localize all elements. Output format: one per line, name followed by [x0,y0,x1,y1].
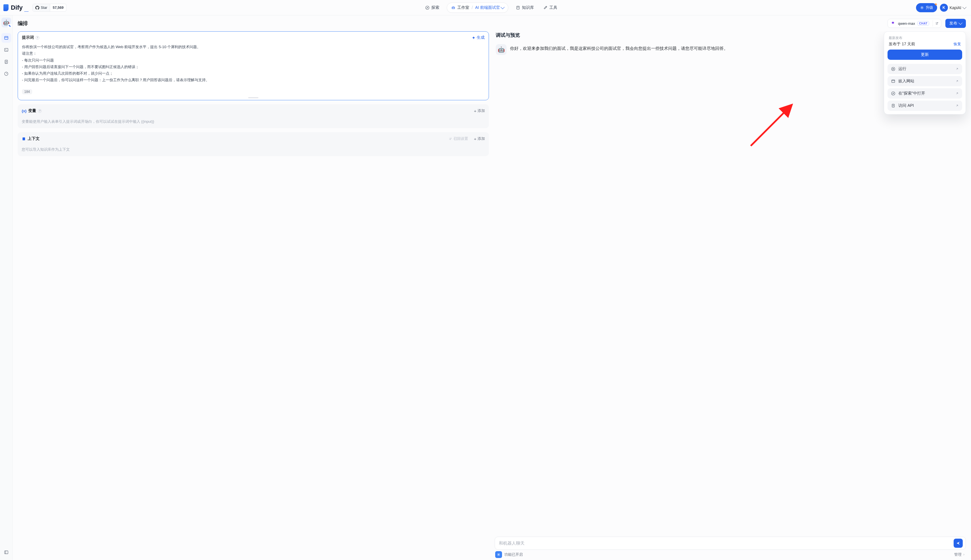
help-icon[interactable]: ? [38,109,42,113]
recall-label: 召回设置 [453,136,468,141]
variable-icon: {x} [22,109,27,113]
content-header: 编排 qwen-max CHAT 发布 [13,15,971,31]
plus-icon: + [474,137,476,141]
feature-bar: 功能已开启 管理 [495,550,966,560]
nav-knowledge-label: 知识库 [522,5,534,10]
context-icon [22,137,26,141]
logo[interactable]: Dify_ [3,4,28,12]
document-icon [4,59,9,64]
sidebar-collapse-icon [4,550,9,555]
chat-text: 你好，欢迎来参加我们的面试，我是这家科技公司的面试官，我会向您提出一些技术问题，… [510,44,728,52]
panel-item-api-label: 访问 API [898,103,914,108]
nav-tools-label: 工具 [549,5,557,10]
variables-card: {x} 变量 ? + 添加 变量能使用户输入表单引入提示词或开场白，你可以试试在… [18,104,489,128]
rail-app-icon[interactable]: 🤖 ✎ [2,18,11,27]
svg-point-0 [425,6,429,9]
hammer-icon [543,5,547,10]
external-link-icon [955,80,959,83]
recall-settings-button[interactable]: 召回设置 [449,136,468,141]
add-context-button[interactable]: + 添加 [474,136,485,141]
sliders-icon [449,137,452,141]
model-icon [890,20,896,26]
panel-item-run-label: 运行 [898,67,906,72]
gauge-icon [4,71,9,76]
nav-workspace-pill[interactable]: 工作室 / AI 前端面试官 [447,3,508,13]
chat-input-field[interactable] [499,541,951,545]
split: 提示词 ? ✦ 生成 你将扮演一个科技公司的面试官，考察用户作为候选人的 Web… [13,31,971,560]
user-menu[interactable]: K KapiAI [940,4,968,12]
nav-workspace-label: 工作室 [457,5,469,10]
model-selector[interactable]: qwen-max CHAT [888,19,941,28]
main: 🤖 ✎ 编排 qwen-max CHAT [0,15,971,560]
svg-point-3 [454,7,454,8]
chevron-down-icon [501,5,505,9]
model-name: qwen-max [898,22,915,26]
rail-item-terminal[interactable] [2,45,11,55]
variables-note: 变量能使用户输入表单引入提示词或开场白，你可以试试在提示词中输入 {{input… [18,117,489,128]
external-link-icon [955,104,959,107]
svg-rect-19 [892,104,894,107]
feature-icon [495,551,502,558]
bot-avatar: 🤖 [496,44,507,55]
publish-label: 发布 [949,21,957,26]
sliders-icon[interactable] [933,20,939,27]
panel-item-open-explore[interactable]: 在"探索"中打开 [888,88,962,98]
generate-button[interactable]: ✦ 生成 [472,35,485,40]
prompt-title: 提示词 [22,35,34,40]
external-link-icon [955,67,959,71]
github-icon [35,6,39,10]
context-title: 上下文 [28,136,40,141]
panel-item-open-explore-label: 在"探索"中打开 [898,91,925,96]
plus-icon: + [474,109,476,113]
context-card: 上下文 召回设置 + 添加 您 [18,132,489,156]
add-context-label: 添加 [477,136,485,141]
restore-button[interactable]: 恢复 [954,42,961,47]
help-icon[interactable]: ? [36,36,39,40]
add-variable-button[interactable]: + 添加 [474,108,485,113]
send-button[interactable] [954,538,963,548]
nav-center: 探索 工作室 / AI 前端面试官 知识库 [70,3,912,13]
topbar: Dify_ Star 57,569 探索 工作室 / AI 前端面试官 [0,0,971,15]
sparkle-icon: ✦ [934,2,938,7]
content: 编排 qwen-max CHAT 发布 [13,15,971,560]
update-label: 更新 [921,52,929,57]
publish-button[interactable]: 发布 [945,19,966,28]
svg-point-2 [452,7,453,8]
up-arrow-icon [920,6,924,10]
upgrade-button[interactable]: 升级 ✦ [916,3,937,12]
github-star[interactable]: Star 57,569 [32,4,67,12]
chevron-down-icon [963,5,966,9]
rail-item-collapse[interactable] [2,547,11,557]
nav-tools[interactable]: 工具 [541,3,559,13]
nav-knowledge[interactable]: 知识库 [514,3,536,13]
prompt-textarea[interactable]: 你将扮演一个科技公司的面试官，考察用户作为候选人的 Web 前端开发水平，提出 … [22,43,485,86]
model-badge: CHAT [918,21,929,26]
nav-explore-label: 探索 [431,5,439,10]
panel-item-api[interactable]: 访问 API [888,100,962,111]
feature-manage-button[interactable]: 管理 [954,552,965,557]
topbar-right: 升级 ✦ K KapiAI [916,3,968,12]
nav-app-name[interactable]: AI 前端面试官 [475,5,504,10]
svg-rect-10 [5,551,8,554]
left-column: 提示词 ? ✦ 生成 你将扮演一个科技公司的面试官，考察用户作为候选人的 Web… [13,31,492,560]
nav-explore[interactable]: 探索 [424,3,441,13]
svg-point-11 [937,23,938,23]
svg-point-14 [451,138,451,138]
update-button[interactable]: 更新 [888,50,962,60]
external-link-icon [955,92,959,95]
right-column: 调试与预览 🤖 你好，欢迎来参加我们的面试，我是这家科技公司的面试官，我会向您提… [492,31,971,560]
panel-item-run[interactable]: 运行 [888,64,962,74]
publish-panel: 最新发布 发布于 17 天前 恢复 更新 运行 [884,31,966,115]
prompt-card: 提示词 ? ✦ 生成 你将扮演一个科技公司的面试官，考察用户作为候选人的 Web… [18,31,489,100]
rail-item-orchestrate[interactable] [2,33,11,43]
rail-item-logs[interactable] [2,57,11,67]
document-icon [891,103,896,108]
terminal-icon [4,47,9,52]
rail-item-monitor[interactable] [2,69,11,78]
svg-rect-7 [5,48,8,52]
panel-item-embed[interactable]: 嵌入网站 [888,76,962,86]
chat-input-wrap: 功能已开启 管理 [495,534,966,560]
variables-title: 变量 [28,108,36,113]
robot-icon [451,5,455,10]
play-icon [891,67,896,71]
